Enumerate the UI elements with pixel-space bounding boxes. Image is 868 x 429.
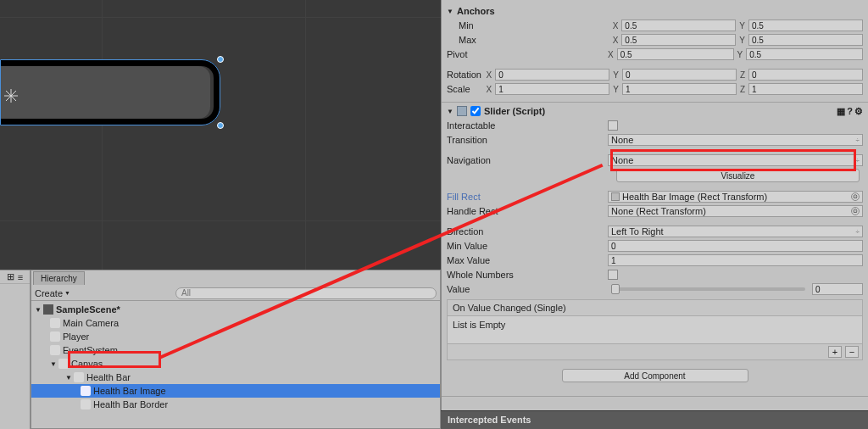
slider-component-header[interactable]: ▼ Slider (Script) ▦?⚙ bbox=[447, 104, 863, 118]
unity-event-box: On Value Changed (Single) List is Empty … bbox=[447, 299, 863, 360]
interactable-checkbox[interactable] bbox=[608, 120, 618, 131]
hierarchy-item[interactable]: Health Bar Border bbox=[31, 398, 440, 411]
unity-icon bbox=[43, 304, 53, 315]
hierarchy-tab[interactable]: Hierarchy bbox=[31, 270, 440, 286]
anchor-max-x[interactable] bbox=[621, 34, 736, 46]
gear-icon[interactable]: ⚙ bbox=[854, 106, 863, 117]
resize-handle[interactable] bbox=[217, 122, 224, 129]
scene-view[interactable] bbox=[0, 0, 441, 270]
direction-dropdown[interactable]: Left To Right÷ bbox=[608, 226, 863, 237]
hierarchy-item-selected[interactable]: Health Bar Image bbox=[31, 384, 440, 398]
hierarchy-item[interactable]: ▼Canvas bbox=[31, 357, 440, 370]
health-bar-border bbox=[0, 59, 220, 125]
move-gizmo-icon[interactable] bbox=[3, 88, 19, 103]
value-slider[interactable] bbox=[611, 287, 805, 291]
visualize-button[interactable]: Visualize bbox=[616, 169, 860, 182]
rect-transform-icon bbox=[611, 192, 620, 201]
reference-icon[interactable]: ▦ bbox=[837, 106, 845, 117]
hierarchy-item[interactable]: Main Camera bbox=[31, 316, 440, 330]
object-picker-icon[interactable]: ⊙ bbox=[851, 207, 860, 215]
event-empty-label: List is Empty bbox=[448, 316, 862, 343]
inspector-panel: ▼Anchors Min X Y Max X Y Pivot X Y Rotat… bbox=[441, 0, 868, 429]
anchor-min-y[interactable] bbox=[748, 20, 863, 31]
intercepted-events-header[interactable]: Intercepted Events bbox=[441, 410, 868, 429]
event-add-button[interactable]: + bbox=[828, 346, 842, 358]
script-icon bbox=[457, 106, 467, 116]
rot-x[interactable] bbox=[495, 69, 609, 81]
min-value-input[interactable] bbox=[608, 240, 863, 252]
fill-rect-field[interactable]: Health Bar Image (Rect Transform)⊙ bbox=[608, 191, 863, 203]
anchor-max-y[interactable] bbox=[748, 34, 863, 46]
rot-y[interactable] bbox=[622, 69, 737, 81]
hierarchy-tree: ▼SampleScene* Main Camera Player EventSy… bbox=[31, 301, 440, 413]
hierarchy-search[interactable] bbox=[175, 287, 437, 299]
create-dropdown[interactable]: Create▼ bbox=[35, 288, 70, 298]
search-input[interactable] bbox=[175, 287, 437, 299]
health-bar-object[interactable] bbox=[0, 59, 224, 125]
navigation-dropdown[interactable]: None÷ bbox=[608, 154, 863, 166]
whole-numbers-checkbox[interactable] bbox=[608, 270, 618, 280]
hierarchy-panel: Hierarchy Create▼ ▼SampleScene* Main Cam… bbox=[31, 270, 441, 429]
add-component-button[interactable]: Add Component bbox=[562, 369, 748, 382]
scale-y[interactable] bbox=[622, 83, 737, 95]
pivot-y[interactable] bbox=[746, 48, 863, 60]
transition-dropdown[interactable]: None÷ bbox=[608, 134, 863, 146]
pivot-x[interactable] bbox=[617, 48, 734, 60]
anchor-min-x[interactable] bbox=[621, 20, 736, 31]
hierarchy-item[interactable]: EventSystem bbox=[31, 343, 440, 357]
scene-row[interactable]: ▼SampleScene* bbox=[31, 303, 440, 316]
resize-handle[interactable] bbox=[217, 56, 224, 63]
event-remove-button[interactable]: − bbox=[845, 346, 859, 358]
dock-icon[interactable]: ≡ bbox=[18, 272, 23, 282]
rot-z[interactable] bbox=[748, 69, 863, 81]
side-dock: ⊞≡ bbox=[0, 270, 31, 429]
value-input[interactable] bbox=[812, 283, 863, 295]
component-enabled-checkbox[interactable] bbox=[470, 106, 481, 116]
max-value-input[interactable] bbox=[608, 254, 863, 266]
scale-x[interactable] bbox=[495, 83, 609, 95]
event-title: On Value Changed (Single) bbox=[448, 300, 862, 316]
object-picker-icon[interactable]: ⊙ bbox=[851, 192, 860, 201]
hierarchy-item[interactable]: Player bbox=[31, 330, 440, 343]
hierarchy-item[interactable]: ▼Health Bar bbox=[31, 370, 440, 384]
scale-z[interactable] bbox=[748, 83, 863, 95]
help-icon[interactable]: ? bbox=[847, 106, 853, 117]
dock-icon[interactable]: ⊞ bbox=[7, 271, 14, 282]
handle-rect-field[interactable]: None (Rect Transform)⊙ bbox=[608, 205, 863, 217]
